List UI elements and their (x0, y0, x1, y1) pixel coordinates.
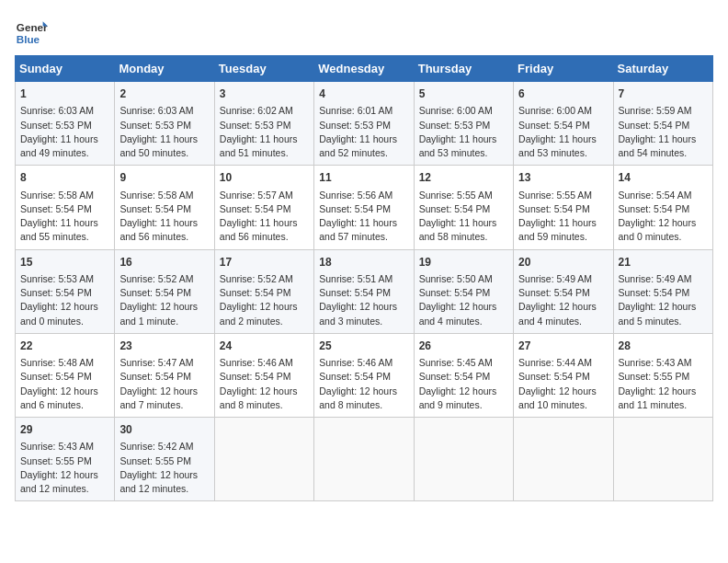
daylight: Daylight: 11 hours and 49 minutes. (20, 133, 98, 158)
day-number: 20 (518, 255, 608, 270)
svg-text:Blue: Blue (17, 33, 40, 45)
daylight: Daylight: 11 hours and 54 minutes. (619, 133, 697, 158)
daylight: Daylight: 12 hours and 2 minutes. (220, 301, 298, 326)
col-header-sunday: Sunday (16, 56, 115, 82)
sunrise: Sunrise: 5:56 AM (319, 190, 392, 201)
day-cell: 1Sunrise: 6:03 AMSunset: 5:53 PMDaylight… (16, 82, 115, 166)
day-cell: 27Sunrise: 5:44 AMSunset: 5:54 PMDayligh… (514, 333, 613, 417)
daylight: Daylight: 12 hours and 10 minutes. (518, 385, 597, 410)
day-number: 8 (20, 170, 109, 186)
day-cell: 28Sunrise: 5:43 AMSunset: 5:55 PMDayligh… (613, 333, 712, 417)
daylight: Daylight: 12 hours and 9 minutes. (419, 385, 497, 410)
daylight: Daylight: 11 hours and 53 minutes. (518, 133, 597, 158)
day-number: 18 (319, 255, 408, 270)
daylight: Daylight: 12 hours and 8 minutes. (319, 385, 397, 410)
day-cell: 12Sunrise: 5:55 AMSunset: 5:54 PMDayligh… (414, 166, 513, 249)
sunrise: Sunrise: 5:49 AM (518, 273, 592, 284)
daylight: Daylight: 11 hours and 50 minutes. (119, 133, 198, 158)
day-number: 23 (119, 339, 209, 354)
day-cell: 4Sunrise: 6:01 AMSunset: 5:53 PMDaylight… (314, 82, 414, 166)
day-number: 1 (20, 86, 109, 102)
day-cell: 15Sunrise: 5:53 AMSunset: 5:54 PMDayligh… (16, 249, 115, 333)
day-cell: 9Sunrise: 5:58 AMSunset: 5:54 PMDaylight… (115, 166, 214, 249)
sunrise: Sunrise: 5:43 AM (20, 441, 94, 452)
sunset: Sunset: 5:53 PM (20, 120, 92, 131)
sunrise: Sunrise: 5:46 AM (319, 357, 392, 368)
day-cell: 2Sunrise: 6:03 AMSunset: 5:53 PMDaylight… (115, 82, 214, 166)
logo-icon: General Blue (15, 15, 48, 48)
sunset: Sunset: 5:54 PM (20, 203, 92, 214)
sunset: Sunset: 5:53 PM (419, 120, 491, 131)
day-number: 29 (20, 422, 109, 438)
day-cell: 22Sunrise: 5:48 AMSunset: 5:54 PMDayligh… (16, 333, 115, 417)
logo: General Blue (15, 15, 48, 48)
sunrise: Sunrise: 5:55 AM (518, 190, 592, 201)
day-number: 3 (220, 86, 309, 102)
day-number: 30 (119, 422, 209, 438)
header-row: SundayMondayTuesdayWednesdayThursdayFrid… (16, 56, 713, 82)
day-cell: 23Sunrise: 5:47 AMSunset: 5:54 PMDayligh… (115, 333, 214, 417)
day-number: 16 (119, 255, 209, 270)
sunset: Sunset: 5:54 PM (119, 203, 191, 214)
day-number: 27 (518, 339, 608, 354)
day-cell: 7Sunrise: 5:59 AMSunset: 5:54 PMDaylight… (613, 82, 712, 166)
day-cell: 6Sunrise: 6:00 AMSunset: 5:54 PMDaylight… (514, 82, 613, 166)
day-number: 7 (619, 86, 708, 102)
col-header-friday: Friday (514, 56, 613, 82)
daylight: Daylight: 11 hours and 59 minutes. (518, 217, 597, 242)
sunset: Sunset: 5:54 PM (319, 371, 391, 382)
sunrise: Sunrise: 5:42 AM (119, 441, 193, 452)
sunset: Sunset: 5:54 PM (419, 203, 491, 214)
sunset: Sunset: 5:53 PM (319, 120, 391, 131)
week-row-4: 22Sunrise: 5:48 AMSunset: 5:54 PMDayligh… (16, 333, 713, 417)
week-row-1: 1Sunrise: 6:03 AMSunset: 5:53 PMDaylight… (16, 82, 713, 166)
sunset: Sunset: 5:54 PM (518, 371, 590, 382)
day-cell (613, 418, 712, 501)
day-cell: 24Sunrise: 5:46 AMSunset: 5:54 PMDayligh… (214, 333, 313, 417)
page-header: General Blue (15, 15, 713, 48)
day-cell: 8Sunrise: 5:58 AMSunset: 5:54 PMDaylight… (16, 166, 115, 249)
sunset: Sunset: 5:54 PM (419, 287, 491, 298)
sunset: Sunset: 5:55 PM (20, 455, 92, 466)
sunrise: Sunrise: 5:53 AM (20, 273, 94, 284)
daylight: Daylight: 11 hours and 52 minutes. (319, 133, 397, 158)
daylight: Daylight: 12 hours and 12 minutes. (119, 469, 198, 494)
daylight: Daylight: 12 hours and 12 minutes. (20, 469, 98, 494)
day-number: 4 (319, 86, 408, 102)
daylight: Daylight: 12 hours and 4 minutes. (419, 301, 497, 326)
week-row-5: 29Sunrise: 5:43 AMSunset: 5:55 PMDayligh… (16, 418, 713, 501)
day-cell: 18Sunrise: 5:51 AMSunset: 5:54 PMDayligh… (314, 249, 414, 333)
sunset: Sunset: 5:54 PM (220, 371, 291, 382)
day-cell (514, 418, 613, 501)
day-number: 11 (319, 170, 408, 186)
sunset: Sunset: 5:54 PM (419, 371, 491, 382)
day-number: 14 (619, 170, 708, 186)
daylight: Daylight: 11 hours and 53 minutes. (419, 133, 497, 158)
day-cell: 29Sunrise: 5:43 AMSunset: 5:55 PMDayligh… (16, 418, 115, 501)
col-header-tuesday: Tuesday (214, 56, 313, 82)
day-number: 13 (518, 170, 608, 186)
daylight: Daylight: 12 hours and 11 minutes. (619, 385, 697, 410)
day-cell: 11Sunrise: 5:56 AMSunset: 5:54 PMDayligh… (314, 166, 414, 249)
day-cell: 19Sunrise: 5:50 AMSunset: 5:54 PMDayligh… (414, 249, 513, 333)
day-number: 26 (419, 339, 508, 354)
daylight: Daylight: 11 hours and 56 minutes. (119, 217, 198, 242)
sunset: Sunset: 5:54 PM (319, 203, 391, 214)
day-cell: 25Sunrise: 5:46 AMSunset: 5:54 PMDayligh… (314, 333, 414, 417)
sunrise: Sunrise: 6:03 AM (119, 105, 193, 116)
daylight: Daylight: 11 hours and 57 minutes. (319, 217, 397, 242)
sunrise: Sunrise: 5:44 AM (518, 357, 592, 368)
day-cell: 17Sunrise: 5:52 AMSunset: 5:54 PMDayligh… (214, 249, 313, 333)
sunrise: Sunrise: 6:00 AM (518, 105, 592, 116)
sunset: Sunset: 5:54 PM (619, 287, 690, 298)
sunset: Sunset: 5:54 PM (119, 287, 191, 298)
sunrise: Sunrise: 5:46 AM (220, 357, 293, 368)
day-cell: 16Sunrise: 5:52 AMSunset: 5:54 PMDayligh… (115, 249, 214, 333)
day-number: 28 (619, 339, 708, 354)
daylight: Daylight: 12 hours and 4 minutes. (518, 301, 597, 326)
week-row-2: 8Sunrise: 5:58 AMSunset: 5:54 PMDaylight… (16, 166, 713, 249)
sunset: Sunset: 5:54 PM (319, 287, 391, 298)
sunrise: Sunrise: 6:01 AM (319, 105, 392, 116)
day-number: 15 (20, 255, 109, 270)
daylight: Daylight: 12 hours and 7 minutes. (119, 385, 198, 410)
